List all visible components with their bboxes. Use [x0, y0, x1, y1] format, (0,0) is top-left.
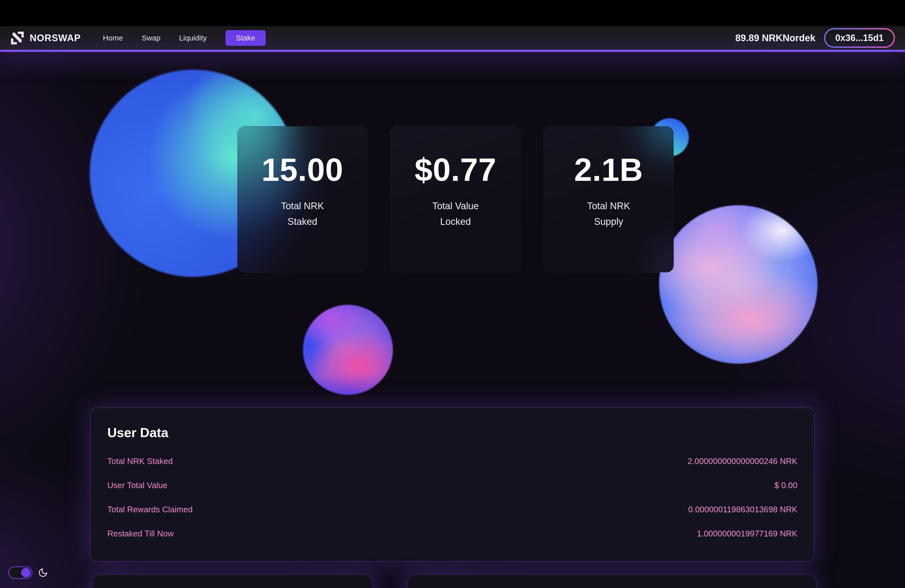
stat-value: 2.1B — [574, 154, 643, 186]
stats-row: 15.00 Total NRK Staked $0.77 Total Value… — [237, 126, 674, 272]
table-row: User Total Value $ 0.00 — [107, 473, 797, 497]
stat-card-total-supply: 2.1B Total NRK Supply — [543, 126, 674, 272]
stat-label: Total Value Locked — [432, 199, 479, 229]
nav-links: Home Swap Liquidity Stake — [103, 30, 266, 46]
top-black-strip — [0, 0, 905, 26]
table-row: Total Rewards Claimed 0.0000001198630136… — [107, 497, 797, 521]
stat-label: Total NRK Staked — [281, 199, 324, 229]
row-value: 2.000000000000000246 NRK — [687, 456, 797, 466]
norswap-logo-icon — [10, 31, 25, 45]
dark-mode-toggle[interactable] — [8, 566, 32, 579]
table-row: Restaked Till Now 1.0000000019977169 NRK — [107, 521, 797, 546]
row-label: Total Rewards Claimed — [107, 505, 192, 514]
stat-card-total-value-locked: $0.77 Total Value Locked — [391, 126, 521, 272]
row-label: Total NRK Staked — [107, 456, 173, 466]
nav-right: 89.89 NRKNordek 0x36...15d1 — [735, 28, 895, 48]
stat-card-total-staked: 15.00 Total NRK Staked — [237, 126, 368, 272]
bottom-panel-right — [407, 574, 817, 588]
bottom-panel-left — [92, 574, 373, 588]
gradient-orb-rose — [659, 205, 818, 364]
theme-switcher — [8, 566, 48, 579]
nav-item-home[interactable]: Home — [103, 34, 123, 42]
stat-label: Total NRK Supply — [587, 199, 630, 229]
wallet-balance: 89.89 NRKNordek — [735, 33, 816, 43]
stat-value: $0.77 — [414, 154, 496, 186]
brand-logo[interactable]: NORSWAP — [10, 31, 81, 45]
nav-item-stake-active[interactable]: Stake — [225, 30, 266, 46]
moon-icon — [38, 567, 48, 578]
row-value: $ 0.00 — [774, 481, 797, 490]
gradient-orb-magenta — [303, 305, 393, 395]
wallet-address-pill[interactable]: 0x36...15d1 — [824, 28, 895, 48]
navbar: NORSWAP Home Swap Liquidity Stake 89.89 … — [0, 26, 905, 50]
row-value: 1.0000000019977169 NRK — [697, 529, 797, 539]
row-value: 0.000000119863013698 NRK — [688, 505, 797, 514]
stat-value: 15.00 — [262, 154, 343, 186]
table-row: Total NRK Staked 2.000000000000000246 NR… — [107, 449, 797, 473]
wallet-address: 0x36...15d1 — [835, 33, 884, 43]
nav-item-liquidity[interactable]: Liquidity — [179, 34, 206, 42]
nav-accent-underline — [0, 50, 905, 52]
user-data-rows: Total NRK Staked 2.000000000000000246 NR… — [107, 449, 797, 546]
user-data-panel: User Data Total NRK Staked 2.00000000000… — [90, 407, 814, 562]
toggle-knob — [21, 568, 31, 577]
nav-item-swap[interactable]: Swap — [141, 34, 160, 42]
brand-name: NORSWAP — [30, 33, 81, 43]
row-label: User Total Value — [107, 481, 167, 490]
stake-page: NORSWAP Home Swap Liquidity Stake 89.89 … — [0, 0, 905, 588]
row-label: Restaked Till Now — [107, 529, 174, 539]
user-data-title: User Data — [107, 425, 797, 440]
